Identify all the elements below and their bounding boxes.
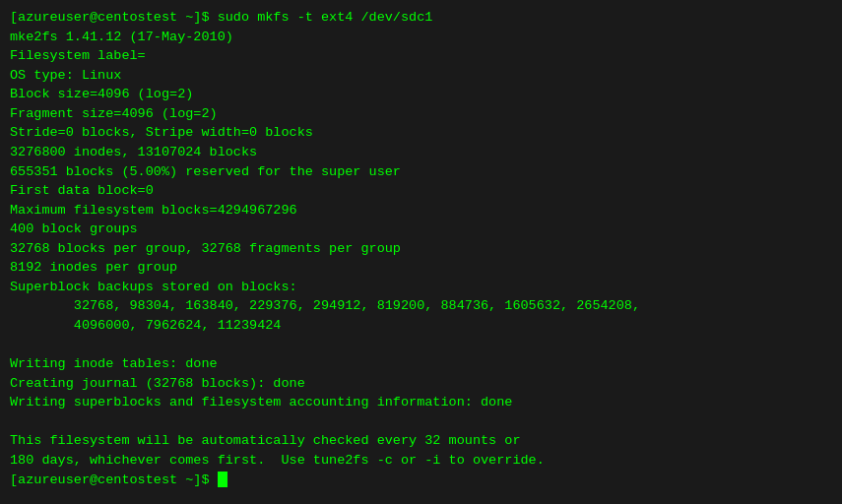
terminal-line: 8192 inodes per group: [10, 260, 177, 275]
terminal-line: Stride=0 blocks, Stripe width=0 blocks: [10, 125, 313, 140]
terminal-line: Block size=4096 (log=2): [10, 87, 193, 101]
terminal-line: Maximum filesystem blocks=4294967296: [10, 203, 297, 218]
terminal-line: Filesystem label=: [10, 48, 146, 63]
terminal-prompt-line: [azureuser@centostest ~]$: [10, 472, 218, 487]
terminal-line: Fragment size=4096 (log=2): [10, 106, 218, 121]
terminal-line: Writing inode tables: done: [10, 356, 218, 371]
terminal-line: Superblock backups stored on blocks:: [10, 280, 297, 294]
terminal-output: [azureuser@centostest ~]$ sudo mkfs -t e…: [10, 8, 832, 489]
terminal-line: Creating journal (32768 blocks): done: [10, 376, 305, 391]
terminal-line: 400 block groups: [10, 221, 138, 236]
terminal-line: 655351 blocks (5.00%) reserved for the s…: [10, 164, 401, 179]
terminal-line: Writing superblocks and filesystem accou…: [10, 395, 512, 410]
terminal-line: 180 days, whichever comes first. Use tun…: [10, 453, 545, 468]
terminal-line: First data block=0: [10, 183, 154, 198]
terminal-cursor: [218, 472, 227, 487]
terminal-line: This filesystem will be automatically ch…: [10, 433, 520, 448]
terminal-line: 32768 blocks per group, 32768 fragments …: [10, 241, 401, 256]
terminal-line: 4096000, 7962624, 11239424: [10, 318, 281, 333]
terminal-line: 32768, 98304, 163840, 229376, 294912, 81…: [10, 298, 640, 313]
terminal-line: mke2fs 1.41.12 (17-May-2010): [10, 30, 233, 44]
terminal-line: OS type: Linux: [10, 68, 121, 83]
terminal-window[interactable]: [azureuser@centostest ~]$ sudo mkfs -t e…: [0, 0, 842, 504]
terminal-line: [azureuser@centostest ~]$ sudo mkfs -t e…: [10, 10, 432, 25]
terminal-line: 3276800 inodes, 13107024 blocks: [10, 145, 257, 159]
